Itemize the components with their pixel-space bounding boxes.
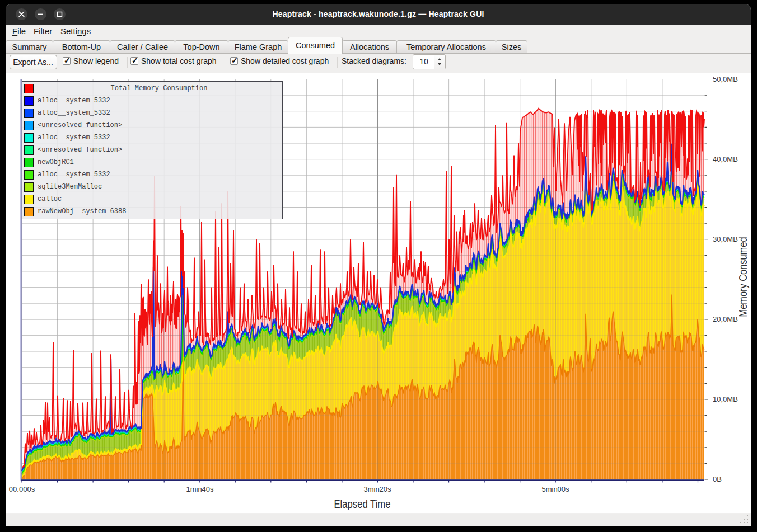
- svg-text:Elapsed Time: Elapsed Time: [334, 498, 391, 510]
- svg-text:Memory Consumed: Memory Consumed: [737, 237, 749, 317]
